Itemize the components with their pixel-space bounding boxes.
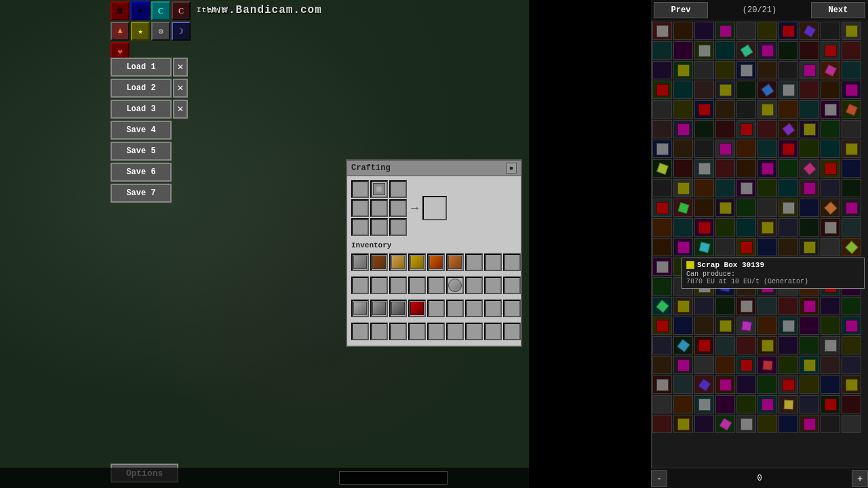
inv-slot-r3-3[interactable] xyxy=(408,300,426,317)
inv-slot-0[interactable] xyxy=(351,253,369,271)
item-cell-80[interactable] xyxy=(652,179,672,197)
item-cell-87[interactable] xyxy=(800,179,819,197)
item-cell-99[interactable] xyxy=(842,199,861,217)
item-cell-21[interactable] xyxy=(673,61,693,79)
item-cell-37[interactable] xyxy=(800,81,819,99)
inv-slot-8[interactable] xyxy=(503,253,521,271)
inv-slot-r3-2[interactable] xyxy=(389,300,407,317)
item-cell-147[interactable] xyxy=(800,297,819,315)
item-cell-116[interactable] xyxy=(778,238,798,256)
inv-slot-6[interactable] xyxy=(465,253,483,271)
craft-slot-8[interactable] xyxy=(389,218,407,236)
load-1-close[interactable]: ✕ xyxy=(173,58,188,77)
item-cell-105[interactable] xyxy=(757,218,777,237)
item-cell-15[interactable] xyxy=(757,41,777,60)
item-cell-70[interactable] xyxy=(652,159,672,178)
item-cell-75[interactable] xyxy=(757,159,777,178)
item-cell-13[interactable] xyxy=(715,41,735,60)
item-cell-16[interactable] xyxy=(778,41,798,60)
item-cell-113[interactable] xyxy=(715,238,735,256)
hotbar-6[interactable] xyxy=(465,323,483,340)
hotbar-2[interactable] xyxy=(389,323,407,340)
item-cell-183[interactable] xyxy=(715,375,735,394)
moon-icon[interactable]: ☽ xyxy=(172,22,191,41)
item-cell-199[interactable] xyxy=(842,395,861,413)
item-cell-48[interactable] xyxy=(821,100,840,119)
item-cell-24[interactable] xyxy=(736,61,756,79)
item-cell-191[interactable] xyxy=(673,395,693,413)
hotbar-0[interactable] xyxy=(351,323,369,340)
item-cell-177[interactable] xyxy=(800,356,819,374)
item-cell-35[interactable] xyxy=(757,81,777,99)
item-cell-119[interactable] xyxy=(842,238,861,256)
item-cell-143[interactable] xyxy=(715,297,735,315)
item-cell-82[interactable] xyxy=(694,179,714,197)
inv-slot-r3-4[interactable] xyxy=(427,300,445,317)
inv-slot-r3-0[interactable] xyxy=(351,300,369,317)
item-cell-50[interactable] xyxy=(652,120,672,138)
item-cell-1[interactable] xyxy=(673,22,693,40)
inv-slot-1[interactable] xyxy=(370,253,388,271)
item-cell-205[interactable] xyxy=(757,415,777,433)
item-cell-61[interactable] xyxy=(673,140,693,158)
item-cell-92[interactable] xyxy=(694,199,714,217)
item-cell-66[interactable] xyxy=(778,140,798,158)
item-cell-62[interactable] xyxy=(694,140,714,158)
item-cell-59[interactable] xyxy=(842,120,861,138)
craft-slot-6[interactable] xyxy=(351,218,369,236)
item-cell-106[interactable] xyxy=(778,218,798,237)
craft-slot-3[interactable] xyxy=(351,199,369,217)
item-cell-185[interactable] xyxy=(757,375,777,394)
item-cell-31[interactable] xyxy=(673,81,693,99)
hotbar-1[interactable] xyxy=(370,323,388,340)
inv-slot-r2-5[interactable] xyxy=(446,277,464,294)
item-cell-152[interactable] xyxy=(694,317,714,335)
save-6-button[interactable]: Save 6 xyxy=(111,163,172,182)
item-cell-171[interactable] xyxy=(673,356,693,374)
item-cell-192[interactable] xyxy=(694,395,714,413)
item-cell-207[interactable] xyxy=(800,415,819,433)
item-cell-169[interactable] xyxy=(842,336,861,354)
blue-icon[interactable]: ● xyxy=(131,1,150,20)
item-cell-42[interactable] xyxy=(694,100,714,119)
item-cell-187[interactable] xyxy=(800,375,819,394)
item-cell-160[interactable] xyxy=(652,336,672,354)
item-cell-8[interactable] xyxy=(821,22,840,40)
craft-slot-4[interactable] xyxy=(370,199,388,217)
save-5-button[interactable]: Save 5 xyxy=(111,142,172,161)
item-cell-93[interactable] xyxy=(715,199,735,217)
item-cell-168[interactable] xyxy=(821,336,840,354)
craft-slot-0[interactable] xyxy=(351,180,369,198)
craft-slot-1[interactable] xyxy=(370,180,388,198)
item-cell-166[interactable] xyxy=(778,336,798,354)
item-cell-68[interactable] xyxy=(821,140,840,158)
item-cell-193[interactable] xyxy=(715,395,735,413)
item-cell-189[interactable] xyxy=(842,375,861,394)
item-cell-145[interactable] xyxy=(757,297,777,315)
item-cell-43[interactable] xyxy=(715,100,735,119)
hotbar-7[interactable] xyxy=(484,323,502,340)
inv-slot-r3-5[interactable] xyxy=(446,300,464,317)
item-cell-195[interactable] xyxy=(757,395,777,413)
item-cell-111[interactable] xyxy=(673,238,693,256)
item-cell-201[interactable] xyxy=(673,415,693,433)
load-2-button[interactable]: Load 2 xyxy=(111,79,172,98)
item-cell-58[interactable] xyxy=(821,120,840,138)
hotbar-4[interactable] xyxy=(427,323,445,340)
item-cell-110[interactable] xyxy=(652,238,672,256)
item-cell-112[interactable] xyxy=(694,238,714,256)
item-cell-167[interactable] xyxy=(800,336,819,354)
item-cell-202[interactable] xyxy=(694,415,714,433)
trash-icon[interactable]: 🗑 xyxy=(111,1,130,20)
item-cell-104[interactable] xyxy=(736,218,756,237)
item-cell-4[interactable] xyxy=(736,22,756,40)
item-cell-39[interactable] xyxy=(842,81,861,99)
load-3-close[interactable]: ✕ xyxy=(173,100,188,119)
item-cell-71[interactable] xyxy=(673,159,693,178)
item-cell-22[interactable] xyxy=(694,61,714,79)
inv-slot-r2-3[interactable] xyxy=(408,277,426,294)
item-cell-162[interactable] xyxy=(694,336,714,354)
item-cell-200[interactable] xyxy=(652,415,672,433)
item-cell-23[interactable] xyxy=(715,61,735,79)
item-cell-157[interactable] xyxy=(800,317,819,335)
